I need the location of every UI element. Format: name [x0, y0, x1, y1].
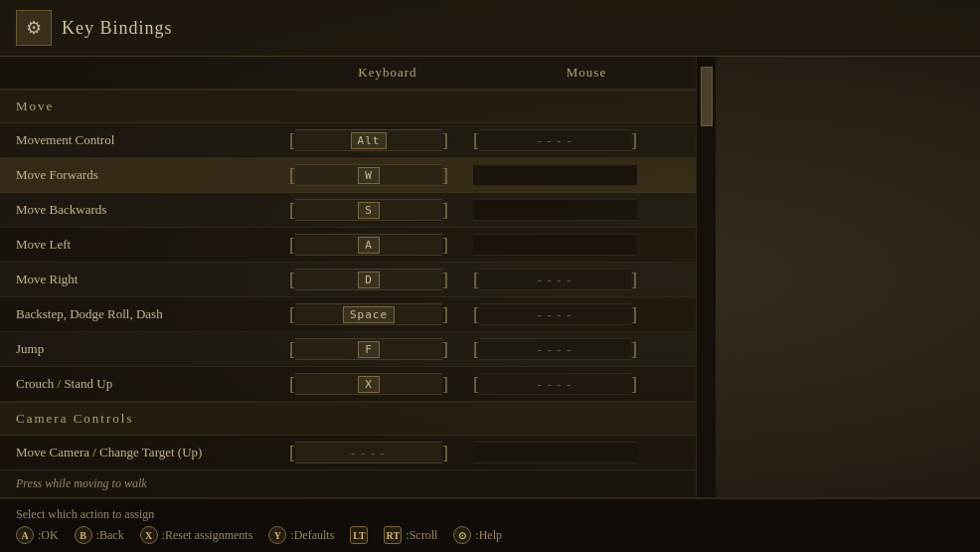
mouse-inner: [473, 442, 637, 463]
mouse-slot[interactable]: [473, 198, 652, 222]
ctrl-ok-label: :OK: [38, 528, 59, 543]
action-label: Move Backwards: [16, 202, 274, 218]
bracket-right: ]: [442, 271, 448, 288]
main-container: ⚙ Key Bindings Keyboard Mouse Move Movem…: [0, 0, 980, 552]
mouse-inner: ----: [479, 129, 631, 151]
key-inner: Alt: [295, 129, 442, 151]
mouse-label: ----: [530, 132, 580, 149]
mouse-inner: [473, 234, 637, 256]
mouse-slot[interactable]: [ ---- ]: [473, 268, 652, 291]
btn-y: Y: [268, 526, 286, 544]
action-label: Move Left: [16, 237, 274, 253]
keyboard-slot[interactable]: [ W ]: [274, 162, 463, 188]
scrollbar-track[interactable]: [697, 67, 716, 497]
bracket-right: ]: [442, 236, 448, 254]
key-bracket: [ F ]: [289, 337, 448, 361]
bracket-right: ]: [442, 305, 448, 323]
scrollbar-panel[interactable]: [696, 57, 716, 497]
table-row[interactable]: Move Backwards [ S ]: [0, 193, 696, 228]
hint-text: Press while moving to walk: [16, 476, 680, 491]
mouse-slot[interactable]: [ ---- ]: [473, 372, 652, 396]
key-inner: ----: [295, 442, 442, 463]
mouse-inner: ----: [479, 269, 631, 290]
ctrl-defaults: Y :Defaults: [268, 526, 334, 544]
mouse-label: ----: [530, 341, 580, 358]
ctrl-lt: LT: [350, 526, 368, 544]
keyboard-slot[interactable]: [ ---- ]: [274, 440, 463, 465]
mouse-slot[interactable]: [ ---- ]: [473, 337, 652, 361]
footer-controls: A :OK B :Back X :Reset assignments Y :De…: [16, 526, 964, 544]
mouse-slot[interactable]: [473, 163, 652, 187]
mouse-column-header: Mouse: [487, 65, 686, 81]
ctrl-reset: X :Reset assignments: [140, 526, 253, 544]
hint-area: Press while moving to walk: [0, 469, 696, 497]
mouse-label: ----: [530, 306, 580, 323]
bindings-list[interactable]: Move Movement Control [ Alt ]: [0, 90, 696, 469]
header: ⚙ Key Bindings: [0, 0, 980, 57]
mouse-inner: ----: [479, 338, 631, 360]
mouse-label: ----: [530, 272, 580, 288]
mouse-bracket: [ ---- ]: [473, 338, 637, 360]
mouse-bracket: [ ---- ]: [473, 129, 637, 151]
key-bracket: [ ---- ]: [289, 441, 448, 464]
table-row[interactable]: Move Forwards [ W ]: [0, 158, 696, 193]
key-inner: S: [295, 199, 442, 221]
bracket-right: ]: [442, 444, 448, 461]
mouse-slot[interactable]: [473, 441, 652, 464]
table-row[interactable]: Move Left [ A ]: [0, 228, 696, 263]
action-label: Crouch / Stand Up: [16, 376, 274, 392]
mouse-slot[interactable]: [ ---- ]: [473, 128, 652, 152]
table-row[interactable]: Movement Control [ Alt ] [: [0, 123, 696, 158]
key-inner: W: [295, 164, 442, 186]
footer: Select which action to assign A :OK B :B…: [0, 497, 980, 552]
ctrl-defaults-label: :Defaults: [290, 528, 334, 543]
keyboard-slot[interactable]: [ S ]: [274, 197, 463, 223]
table-row[interactable]: Jump [ F ] [: [0, 332, 696, 367]
key-bracket: [ Space ]: [289, 302, 448, 326]
keyboard-slot[interactable]: [ A ]: [274, 232, 463, 258]
ctrl-help: ⊙ :Help: [453, 526, 502, 544]
btn-a: A: [16, 526, 34, 544]
keyboard-slot[interactable]: [ Space ]: [274, 301, 463, 327]
key-bracket: [ Alt ]: [289, 128, 448, 152]
keyboard-slot[interactable]: [ F ]: [274, 336, 463, 362]
table-row[interactable]: Move Camera / Change Target (Up) [ ---- …: [0, 436, 696, 469]
mouse-bracket: [473, 164, 637, 186]
key-label: X: [358, 376, 380, 393]
action-label: Move Right: [16, 272, 274, 287]
action-label: Movement Control: [16, 132, 274, 148]
btn-help: ⊙: [453, 526, 471, 544]
table-row[interactable]: Crouch / Stand Up [ X ] [: [0, 367, 696, 402]
key-label: ----: [343, 445, 394, 461]
keyboard-slot[interactable]: [ X ]: [274, 371, 463, 397]
ctrl-scroll-label: :Scroll: [406, 528, 437, 543]
table-row[interactable]: Move Right [ D ] [: [0, 263, 696, 297]
bracket-right: ]: [631, 375, 637, 393]
ctrl-back-label: :Back: [96, 528, 124, 543]
keyboard-slot[interactable]: [ Alt ]: [274, 127, 463, 153]
bracket-right: ]: [442, 166, 448, 184]
action-label: Jump: [16, 341, 274, 357]
key-label: S: [358, 202, 380, 219]
key-bracket: [ S ]: [289, 198, 448, 222]
scrollbar-thumb[interactable]: [701, 67, 713, 126]
table-row[interactable]: Backstep, Dodge Roll, Dash [ Space ] [: [0, 297, 696, 332]
section-move: Move: [0, 90, 696, 123]
mouse-bracket: [473, 442, 637, 463]
key-label: Alt: [351, 132, 388, 149]
key-inner: F: [295, 338, 442, 360]
mouse-bracket: [ ---- ]: [473, 373, 637, 395]
bracket-right: ]: [631, 131, 637, 149]
bracket-right: ]: [631, 340, 637, 358]
ctrl-help-label: :Help: [475, 528, 502, 543]
mouse-bracket: [473, 234, 637, 256]
mouse-slot[interactable]: [473, 233, 652, 257]
mouse-slot[interactable]: [ ---- ]: [473, 302, 652, 326]
action-label: Move Camera / Change Target (Up): [16, 445, 274, 460]
key-inner: Space: [295, 303, 442, 325]
keyboard-slot[interactable]: [ D ]: [274, 267, 463, 292]
key-label: F: [358, 341, 380, 358]
mouse-inner: [473, 164, 637, 186]
keyboard-column-header: Keyboard: [288, 65, 487, 81]
ctrl-reset-label: :Reset assignments: [162, 528, 253, 543]
